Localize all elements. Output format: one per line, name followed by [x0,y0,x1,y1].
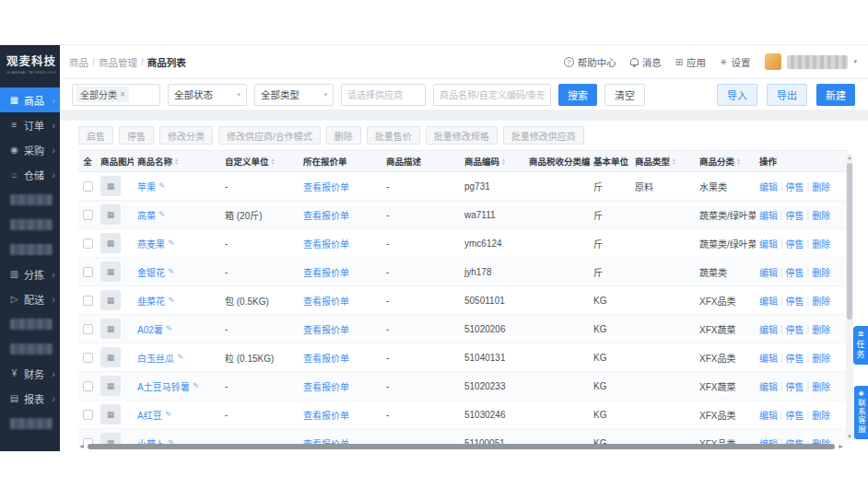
scroll-down-icon[interactable]: ▼ [847,433,852,440]
row-checkbox[interactable] [83,181,93,192]
product-name-link[interactable]: 燕麦果 [137,237,165,250]
category-filter[interactable]: 全部分类 × [72,84,160,106]
breadcrumb-item[interactable]: 商品 [69,55,88,69]
row-action-delete[interactable]: 删除 [812,379,830,393]
row-action-edit[interactable]: 编辑 [759,208,778,222]
sidebar-item-blurred[interactable] [0,336,60,361]
row-action-stop-sale[interactable]: 停售 [786,208,804,222]
row-action-stop-sale[interactable]: 停售 [786,379,804,393]
row-action-delete[interactable]: 删除 [812,180,830,193]
breadcrumb-item[interactable]: 商品管理 [99,55,137,69]
type-filter[interactable]: 全部类型 ▾ [254,84,334,106]
sidebar-item-blurred[interactable] [0,311,60,336]
sidebar-item-配送[interactable]: ▷配送› [0,286,60,311]
row-action-stop-sale[interactable]: 停售 [786,294,804,308]
column-header-category[interactable]: 商品分类▲▼ [696,155,756,168]
sidebar-item-订单[interactable]: ≡订单› [0,112,60,137]
product-name-link[interactable]: 金银花 [137,265,165,279]
quote-sheet-link[interactable]: 查看报价单 [303,379,349,393]
row-action-stop-sale[interactable]: 停售 [786,180,804,193]
row-action-delete[interactable]: 删除 [812,351,830,365]
topbar-action-设置[interactable]: ✳设置 [720,55,750,69]
product-name-link[interactable]: 苹果 [137,180,156,193]
column-header-type[interactable]: 商品类型▲▼ [631,155,696,168]
customer-service-button[interactable]: ◉ 联系客服 [854,386,868,439]
topbar-action-帮助中心[interactable]: ?帮助中心 [564,55,616,69]
row-action-edit[interactable]: 编辑 [759,265,778,279]
row-action-edit[interactable]: 编辑 [759,237,778,250]
bulk-action-button[interactable]: 批量修改规格 [426,126,498,145]
column-header-name[interactable]: 商品名称▲▼ [134,155,221,168]
product-name-link[interactable]: A红豆 [137,408,162,422]
row-action-edit[interactable]: 编辑 [759,379,778,393]
column-header-base_unit[interactable]: 基本单位▲▼ [590,155,631,168]
export-button[interactable]: 导出 [767,84,807,106]
keyword-search-input[interactable] [433,84,551,106]
sidebar-item-blurred[interactable] [0,187,60,212]
bulk-action-button[interactable]: 修改供应商/合作模式 [218,126,321,145]
edit-name-icon[interactable]: ✎ [168,267,175,276]
row-action-edit[interactable]: 编辑 [759,180,778,193]
sort-icon[interactable]: ▲▼ [736,157,741,165]
row-action-delete[interactable]: 删除 [812,237,830,250]
import-button[interactable]: 导入 [717,84,757,106]
sidebar-item-商品[interactable]: ▦商品› [0,87,60,112]
edit-name-icon[interactable]: ✎ [166,324,173,333]
row-action-delete[interactable]: 删除 [812,294,830,308]
quote-sheet-link[interactable]: 查看报价单 [303,237,349,250]
edit-name-icon[interactable]: ✎ [177,353,184,362]
product-name-link[interactable]: 白玉丝瓜 [137,351,174,365]
quote-sheet-link[interactable]: 查看报价单 [303,180,349,193]
clear-button[interactable]: 清空 [604,84,645,106]
bulk-action-button[interactable]: 修改分类 [159,126,213,145]
product-name-link[interactable]: A02薯 [137,322,163,336]
sort-icon[interactable]: ▲▼ [271,157,276,165]
create-button[interactable]: 新建 [816,84,855,106]
status-filter[interactable]: 全部状态 ▾ [168,84,247,106]
row-checkbox[interactable] [83,296,93,306]
row-checkbox[interactable] [83,210,93,220]
sort-icon[interactable]: ▲▼ [501,157,506,165]
row-action-stop-sale[interactable]: 停售 [786,265,804,279]
sidebar-item-采购[interactable]: ◉采购› [0,137,60,162]
row-action-stop-sale[interactable]: 停售 [786,351,804,365]
vertical-scroll-thumb[interactable] [847,163,852,320]
bulk-action-button[interactable]: 批量修改供应商 [503,126,584,145]
sidebar-item-报表[interactable]: ▤报表› [0,386,60,411]
row-action-stop-sale[interactable]: 停售 [786,408,804,422]
row-checkbox[interactable] [83,267,93,277]
bulk-action-button[interactable]: 停售 [119,126,154,145]
sort-icon[interactable]: ▲▼ [174,157,179,165]
quote-sheet-link[interactable]: 查看报价单 [303,322,349,336]
bulk-action-button[interactable]: 批量售价 [367,126,420,145]
column-header-unit[interactable]: 自定义单位▲▼ [221,155,299,168]
bulk-action-button[interactable]: 删除 [326,126,361,145]
row-action-edit[interactable]: 编辑 [759,351,778,365]
account-menu[interactable]: ▾ [765,53,857,70]
edit-name-icon[interactable]: ✎ [158,210,166,219]
topbar-action-消息[interactable]: 消息 [630,55,662,69]
row-action-edit[interactable]: 编辑 [759,294,778,308]
quote-sheet-link[interactable]: 查看报价单 [303,408,349,422]
row-action-stop-sale[interactable]: 停售 [786,237,804,250]
sort-icon[interactable]: ▲▼ [672,157,676,165]
quote-sheet-link[interactable]: 查看报价单 [303,294,349,308]
edit-name-icon[interactable]: ✎ [165,410,172,419]
row-checkbox[interactable] [83,381,93,391]
row-action-edit[interactable]: 编辑 [759,322,778,336]
topbar-action-应用[interactable]: ⊞应用 [675,55,706,69]
row-action-delete[interactable]: 删除 [812,408,830,422]
sidebar-item-仓储[interactable]: ⌂仓储› [0,162,60,187]
row-action-delete[interactable]: 删除 [812,265,830,279]
column-header-code[interactable]: 商品编码▲▼ [461,155,525,168]
vertical-scrollbar[interactable]: ▲ ▼ [846,154,853,440]
bulk-action-button[interactable]: 启售 [78,126,113,145]
task-panel-tab[interactable]: ≣ 任务 [853,326,868,365]
quote-sheet-link[interactable]: 查看报价单 [303,351,349,365]
row-checkbox[interactable] [83,238,93,249]
search-button[interactable]: 搜索 [558,84,597,106]
sidebar-item-财务[interactable]: ¥财务› [0,361,60,386]
scroll-left-icon[interactable]: ◄ [78,443,85,450]
product-name-link[interactable]: 高菜 [137,208,156,222]
row-action-stop-sale[interactable]: 停售 [786,322,804,336]
